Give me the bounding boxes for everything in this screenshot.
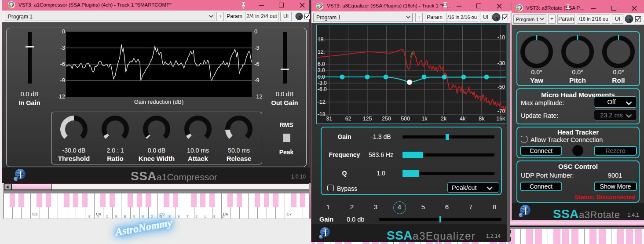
svg-text:-70: -70 [498, 108, 505, 114]
svg-text:-12.: -12. [318, 99, 327, 105]
svg-text:4k: 4k [460, 116, 466, 122]
svg-text:18.: 18. [318, 36, 325, 43]
svg-text:3.0: 3.0 [318, 67, 325, 73]
svg-text:-3.0: -3.0 [318, 80, 327, 86]
svg-text:1k: 1k [421, 116, 428, 122]
svg-text:500: 500 [401, 116, 410, 122]
svg-text:0.0: 0.0 [318, 74, 325, 80]
svg-text:-18.: -18. [318, 111, 327, 117]
svg-text:8k: 8k [479, 116, 485, 122]
svg-text:-10: -10 [498, 34, 505, 40]
svg-text:-6.0: -6.0 [318, 86, 327, 92]
svg-text:250: 250 [382, 116, 391, 122]
svg-text:62: 62 [345, 116, 351, 122]
svg-text:31: 31 [326, 116, 332, 122]
svg-text:2k: 2k [441, 116, 447, 122]
svg-text:-50: -50 [498, 84, 505, 90]
svg-text:125: 125 [363, 116, 372, 122]
svg-text:12.: 12. [318, 49, 325, 55]
svg-text:16k: 16k [496, 116, 505, 122]
svg-text:-30: -30 [498, 60, 505, 66]
svg-text:6.0: 6.0 [318, 61, 325, 67]
